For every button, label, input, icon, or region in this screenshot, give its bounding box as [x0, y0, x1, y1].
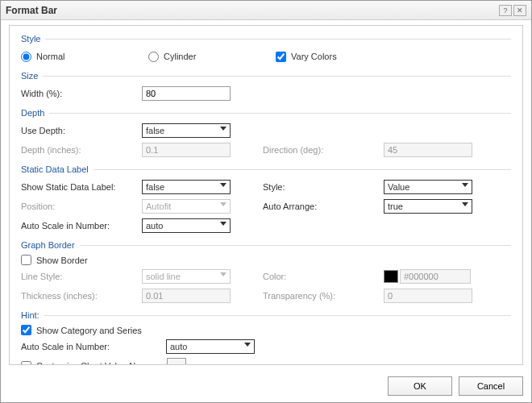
chevron-down-icon — [220, 202, 227, 206]
section-size: Size — [21, 71, 511, 81]
show-border-label: Show Border — [36, 256, 88, 265]
auto-arrange-select[interactable]: true — [384, 199, 472, 214]
footer: OK Cancel — [388, 376, 523, 396]
hint-autoscale-value: auto — [170, 342, 187, 351]
line-style-select: solid line — [142, 269, 231, 284]
vary-colors-input[interactable] — [276, 52, 286, 62]
auto-arrange-value: true — [388, 202, 403, 211]
position-select: Autofit — [142, 199, 231, 214]
use-depth-value: false — [146, 126, 164, 135]
help-button[interactable]: ? — [499, 5, 512, 16]
line-style-value: solid line — [146, 272, 181, 281]
style-cylinder-radio[interactable]: Cylinder — [148, 52, 269, 62]
sdl-style-value: Value — [388, 182, 409, 192]
customize-chart-ellipsis-button[interactable]: ... — [167, 358, 186, 365]
chevron-down-icon — [220, 222, 227, 226]
section-sdl-label: Static Data Label — [21, 164, 89, 174]
section-border: Graph Border — [21, 240, 511, 250]
titlebar: Format Bar ? ✕ — [1, 1, 531, 20]
show-sdl-label: Show Static Data Label: — [21, 182, 142, 192]
section-depth-label: Depth — [21, 108, 44, 118]
sdl-style-label: Style: — [263, 182, 384, 192]
chevron-down-icon — [462, 183, 468, 187]
customize-chart-label: Customize Chart Value Names — [36, 361, 157, 365]
color-input — [400, 269, 471, 284]
thickness-input — [142, 289, 231, 303]
show-cat-series-label: Show Category and Series — [36, 326, 142, 335]
hint-autoscale-label: Auto Scale in Number: — [21, 342, 166, 351]
color-swatch — [384, 270, 398, 283]
vary-colors-label: Vary Colors — [291, 52, 337, 61]
cancel-button[interactable]: Cancel — [459, 376, 523, 396]
width-input[interactable] — [142, 86, 231, 101]
position-label: Position: — [21, 202, 142, 211]
window-title: Format Bar — [6, 5, 499, 16]
content: Style Normal Cylinder Vary Colors Size W… — [9, 25, 523, 365]
close-button[interactable]: ✕ — [513, 5, 526, 16]
section-border-label: Graph Border — [21, 240, 75, 250]
style-normal-input[interactable] — [21, 52, 31, 62]
style-cylinder-label: Cylinder — [164, 52, 196, 61]
section-hint-label: Hint: — [21, 310, 39, 320]
customize-chart-checkbox[interactable] — [21, 361, 31, 366]
vary-colors-checkbox[interactable]: Vary Colors — [276, 52, 337, 62]
sdl-autoscale-select[interactable]: auto — [142, 218, 231, 233]
hint-autoscale-select[interactable]: auto — [166, 339, 255, 354]
section-style: Style — [21, 34, 511, 44]
chevron-down-icon — [220, 127, 227, 131]
sdl-autoscale-label: Auto Scale in Number: — [21, 221, 142, 231]
color-label: Color: — [263, 272, 384, 281]
section-sdl: Static Data Label — [21, 164, 511, 174]
chevron-down-icon — [244, 343, 251, 347]
depth-inches-input — [142, 143, 231, 157]
auto-arrange-label: Auto Arrange: — [263, 202, 384, 211]
use-depth-label: Use Depth: — [21, 126, 142, 135]
use-depth-select[interactable]: false — [142, 123, 231, 138]
section-hint: Hint: — [21, 310, 511, 320]
show-sdl-value: false — [146, 182, 164, 192]
style-cylinder-input[interactable] — [148, 52, 159, 62]
show-border-checkbox[interactable] — [21, 255, 31, 265]
ok-button[interactable]: OK — [388, 376, 452, 396]
transparency-label: Transparency (%): — [263, 291, 384, 301]
line-style-label: Line Style: — [21, 272, 142, 281]
style-normal-label: Normal — [36, 52, 64, 61]
show-sdl-select[interactable]: false — [142, 180, 231, 194]
section-size-label: Size — [21, 71, 38, 81]
chevron-down-icon — [220, 183, 227, 187]
depth-inches-label: Depth (inches): — [21, 145, 142, 155]
position-value: Autofit — [146, 202, 171, 211]
sdl-style-select[interactable]: Value — [384, 180, 472, 194]
direction-label: Direction (deg): — [263, 145, 384, 155]
style-normal-radio[interactable]: Normal — [21, 52, 142, 62]
width-label: Width (%): — [21, 89, 142, 98]
sdl-autoscale-value: auto — [146, 221, 163, 231]
transparency-input — [384, 289, 472, 303]
show-cat-series-checkbox[interactable] — [21, 325, 31, 335]
thickness-label: Thickness (inches): — [21, 291, 142, 301]
chevron-down-icon — [462, 202, 468, 206]
section-depth: Depth — [21, 108, 511, 118]
section-style-label: Style — [21, 34, 40, 44]
format-bar-dialog: Format Bar ? ✕ Style Normal Cylinder Var… — [0, 0, 532, 403]
chevron-down-icon — [220, 272, 227, 276]
direction-input — [384, 143, 472, 157]
